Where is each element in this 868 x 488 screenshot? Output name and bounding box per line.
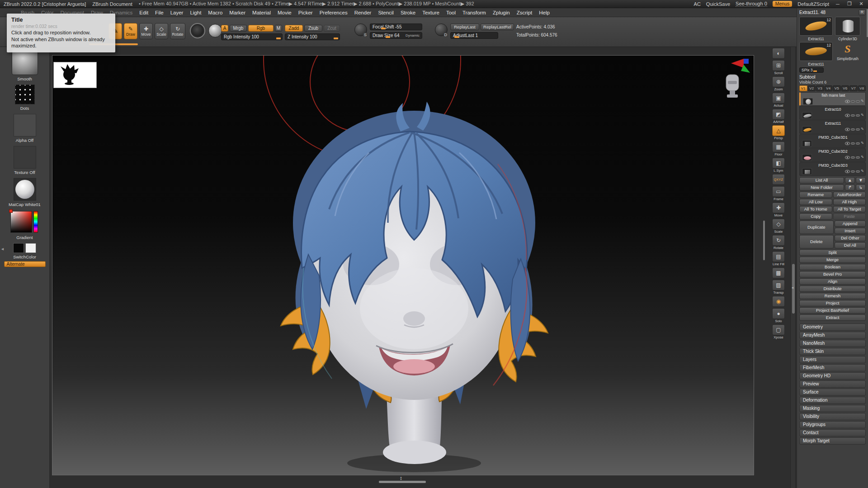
slider-handle[interactable] <box>386 36 390 38</box>
rgb-button[interactable]: Rgb <box>248 25 274 32</box>
visibility-eye-icon[interactable] <box>845 142 850 145</box>
subtool-row[interactable]: PM3D_Cube3D2 ✎ <box>799 148 866 162</box>
new-folder-button[interactable]: New Folder <box>799 184 844 191</box>
replay-last-button[interactable]: ReplayLast <box>450 23 479 30</box>
del-other-button[interactable]: Del Other <box>835 235 866 241</box>
visibility-eye-icon[interactable] <box>845 128 850 131</box>
canvas-scroll-grip-icon[interactable]: ▲▼ <box>400 476 402 481</box>
draw-mode-button[interactable]: ✎ Draw <box>124 23 137 39</box>
stroke-type-thumbnail[interactable] <box>15 84 35 104</box>
copy-button[interactable]: Copy <box>799 213 832 220</box>
menu-zscript[interactable]: Zscript <box>517 10 533 15</box>
merge-button[interactable]: Merge <box>799 257 866 263</box>
adjust-last-slider[interactable]: AdjustLast 1 <box>450 32 498 39</box>
duplicate-button[interactable]: Duplicate <box>799 221 834 234</box>
m-button[interactable]: M <box>275 25 282 32</box>
tab-v3[interactable]: V3 <box>816 85 824 91</box>
scale-mode-button[interactable]: ◇ Scale <box>155 23 168 39</box>
menus-button[interactable]: Menus <box>773 1 793 7</box>
extract-button[interactable]: Extract <box>799 314 866 321</box>
scroll-button[interactable]: ⊞ Scroll <box>772 60 785 75</box>
menu-help[interactable]: Help <box>539 10 550 15</box>
close-icon[interactable]: ✕ <box>858 1 864 7</box>
all-high-button[interactable]: All High <box>833 199 866 205</box>
rotate-gizmo-button[interactable]: ↻ Rotate <box>772 235 785 250</box>
rgb-intensity-slider[interactable]: Rgb Intensity 100 <box>221 33 283 40</box>
menu-stroke[interactable]: Stroke <box>401 10 415 15</box>
section-layers[interactable]: Layers <box>799 356 866 363</box>
section-thick-skin[interactable]: Thick Skin <box>799 348 866 355</box>
menu-picker[interactable]: Picker <box>298 10 313 15</box>
menu-stencil[interactable]: Stencil <box>378 10 394 15</box>
see-through-slider[interactable]: See-through 0 <box>736 1 767 7</box>
edit-pencil-icon[interactable]: ✎ <box>861 169 864 173</box>
tab-v7[interactable]: V7 <box>849 85 858 91</box>
subtool-row[interactable]: fish mans last ✎ <box>799 92 866 106</box>
section-preview[interactable]: Preview <box>799 380 866 388</box>
all-low-button[interactable]: All Low <box>799 199 832 205</box>
alternate-button[interactable]: Alternate <box>4 261 46 267</box>
section-fibermesh[interactable]: FiberMesh <box>799 364 866 371</box>
brush-stroke-preview[interactable] <box>190 23 205 38</box>
section-morph-target[interactable]: Morph Target <box>799 437 866 445</box>
ghost-transparency-button[interactable]: ◉ <box>772 296 785 307</box>
material-thumbnail[interactable] <box>14 178 36 201</box>
project-basrelief-button[interactable]: Project BasRelief <box>799 307 866 314</box>
list-all-button[interactable]: List All <box>799 177 844 183</box>
actual-size-button[interactable]: ▣ Actual <box>772 93 785 108</box>
subtool-row[interactable]: Extract10 ✎ <box>799 106 866 120</box>
sculpt-viewport[interactable] <box>52 55 754 475</box>
move-gizmo-button[interactable]: ✚ Move <box>772 202 785 217</box>
minimize-icon[interactable]: ─ <box>835 1 841 7</box>
line-fill-button[interactable]: ▤ Line Fill <box>772 251 785 266</box>
restore-config-button[interactable]: R <box>859 9 866 15</box>
slider-handle[interactable] <box>381 28 386 29</box>
menu-zplugin[interactable]: Zplugin <box>493 10 510 15</box>
visibility-eye-icon[interactable] <box>845 156 850 159</box>
distribute-button[interactable]: Distribute <box>799 286 866 292</box>
texture-thumbnail[interactable] <box>14 146 36 169</box>
slider-handle[interactable] <box>813 70 817 72</box>
rotate-mode-button[interactable]: ↻ Rotate <box>170 23 185 39</box>
visibility-eye-icon[interactable] <box>845 100 850 103</box>
visibility-eye-icon[interactable] <box>845 170 850 173</box>
section-surface[interactable]: Surface <box>799 389 866 396</box>
hue-strip[interactable] <box>33 211 38 233</box>
tab-v2[interactable]: V2 <box>808 85 816 91</box>
quicksave-button[interactable]: QuickSave <box>706 1 730 7</box>
section-arraymesh[interactable]: ArrayMesh <box>799 332 866 339</box>
section-contact[interactable]: Contact <box>799 429 866 436</box>
replay-dial-icon[interactable]: D <box>435 23 448 36</box>
section-geometry-hd[interactable]: Geometry HD <box>799 372 866 380</box>
append-button[interactable]: Append <box>835 221 866 227</box>
tool-thumb-cylinder3d[interactable] <box>835 17 860 36</box>
menu-preferences[interactable]: Preferences <box>320 10 348 15</box>
tool-thumb-extract11-b[interactable]: 12 <box>799 42 833 61</box>
boolean-button[interactable]: Boolean <box>799 264 866 270</box>
subtool-row[interactable]: PM3D_Cube3D3 ✎ <box>799 162 866 176</box>
menu-render[interactable]: Render <box>354 10 372 15</box>
align-button[interactable]: Align <box>799 278 866 285</box>
rename-button[interactable]: Rename <box>799 192 832 198</box>
maximize-icon[interactable]: ❐ <box>846 1 853 7</box>
menu-transform[interactable]: Transform <box>462 10 486 15</box>
quick-xyz-button[interactable]: QXYZ <box>772 174 785 185</box>
canvas-horizontal-scrollbar[interactable] <box>379 481 426 483</box>
floor-button[interactable]: ▦ Floor <box>772 141 785 156</box>
zadd-button[interactable]: Zadd <box>285 25 303 32</box>
color-picker[interactable] <box>10 210 39 234</box>
edit-pencil-icon[interactable]: ✎ <box>861 127 864 131</box>
all-to-target-button[interactable]: All To Target <box>833 206 866 212</box>
divider-collapse-icon[interactable]: ◂ <box>792 286 793 290</box>
polyframe-button[interactable]: ▩ <box>772 267 785 278</box>
stroke-dial-icon[interactable]: S <box>354 23 367 36</box>
move-mode-button[interactable]: ✚ Move <box>139 23 153 39</box>
section-polygroups[interactable]: Polygroups <box>799 421 866 428</box>
zcut-button[interactable]: Zcut <box>324 25 340 32</box>
canvas-vertical-scrollbar[interactable] <box>763 221 765 260</box>
default-zscript-button[interactable]: DefaultZScript <box>797 1 829 7</box>
section-masking[interactable]: Masking <box>799 405 866 412</box>
local-symmetry-button[interactable]: ◧ L.Sym <box>772 158 785 173</box>
spix-slider[interactable]: SPix 3 <box>799 67 824 73</box>
mrgb-button[interactable]: Mrgb <box>230 25 247 32</box>
